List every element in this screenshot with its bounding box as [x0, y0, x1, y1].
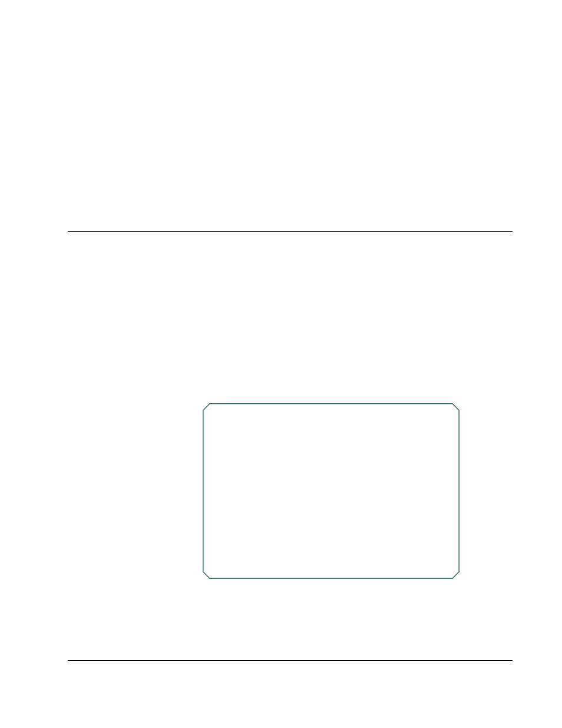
cut-corner-box [203, 403, 459, 579]
document-page [0, 0, 562, 728]
svg-marker-0 [203, 404, 459, 578]
horizontal-rule-top [68, 231, 513, 232]
cut-corner-box-outline [203, 403, 459, 579]
horizontal-rule-bottom [68, 660, 513, 661]
